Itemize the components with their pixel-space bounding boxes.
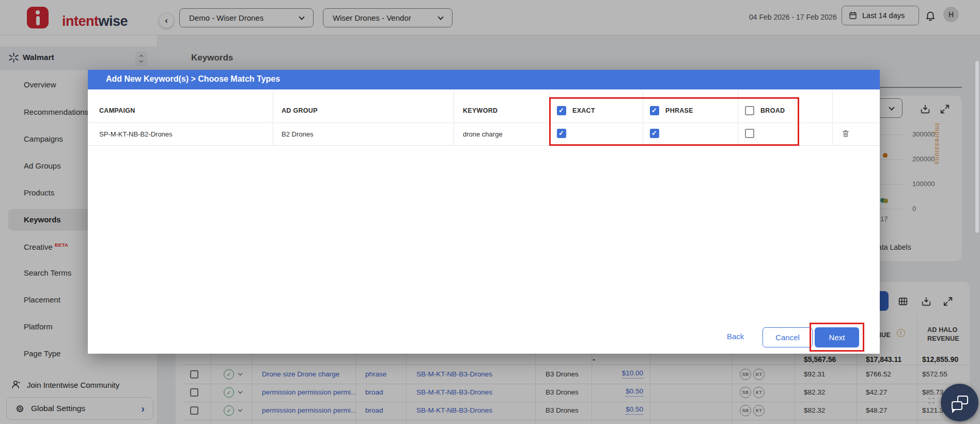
back-button[interactable]: Back [727, 332, 744, 341]
cancel-button[interactable]: Cancel [763, 327, 813, 347]
column-divider [273, 90, 273, 145]
trash-icon[interactable] [841, 129, 850, 138]
chat-widget-button[interactable] [941, 384, 978, 421]
modal-row-keyword: drone charge [463, 130, 503, 138]
column-header-campaign: CAMPAIGN [99, 107, 135, 114]
column-divider [454, 90, 454, 145]
chat-icon-tail [952, 410, 956, 413]
column-divider [832, 90, 833, 145]
annotation-match-types-highlight [549, 97, 799, 146]
column-header-keyword: KEYWORD [463, 107, 497, 114]
modal-row-ad-group: B2 Drones [282, 130, 313, 138]
chat-icon [952, 396, 968, 410]
modal-row-campaign: SP-M-KT-NB-B2-Drones [99, 130, 173, 138]
column-header-ad-group: AD GROUP [282, 107, 318, 114]
chat-icon-front [952, 401, 962, 410]
vertical-scrollbar[interactable] [975, 61, 979, 233]
chat-drag-handle[interactable] [928, 393, 935, 404]
modal-title: Add New Keyword(s) > Choose Match Types [106, 74, 280, 84]
annotation-next-button-highlight [810, 323, 864, 352]
